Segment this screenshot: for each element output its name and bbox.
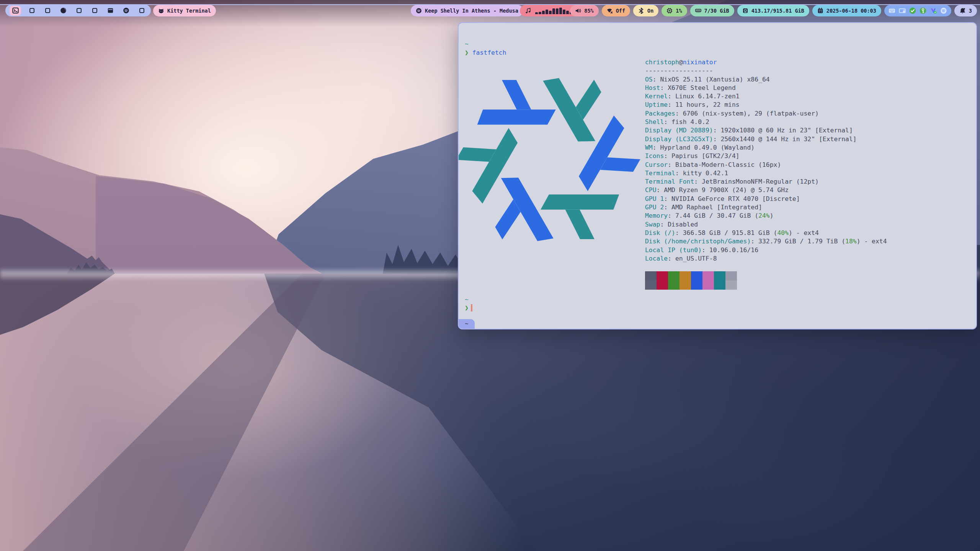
keepassxc-icon[interactable] [920,7,926,14]
palette-row [645,280,887,290]
workspace-7[interactable] [105,6,115,16]
fastfetch-line: Shell: fish 4.0.2 [645,118,887,126]
empty-workspace-icon [29,7,35,14]
visualizer-bar [539,12,541,14]
palette-swatch [691,280,702,290]
workspace-3[interactable] [42,6,52,16]
field-label: Terminal [645,170,675,177]
fastfetch-line: Uptime: 11 hours, 22 mins [645,101,887,109]
clock-module[interactable]: 2025-06-18 00:03 [812,5,881,16]
field-value: 7.44 GiB / 30.47 GiB ( [675,212,758,219]
memory-value: 7/30 GiB [704,8,729,14]
desktop: Kitty Terminal Keep Shelly In Athens - M… [0,0,980,551]
volume-value: 85% [584,8,593,14]
fastfetch-line: Kernel: Linux 6.14.7-zen1 [645,92,887,101]
hostname: nixinator [683,59,717,66]
colon: : [675,229,683,236]
field-value: Disabled [668,221,698,228]
workspace-4[interactable] [58,6,68,16]
field-label: Locale [645,255,668,262]
visualizer-bar [563,10,565,14]
terminal-color-palette [645,271,887,290]
fastfetch-line: Packages: 6706 (nix-system), 29 (flatpak… [645,109,887,118]
field-value: 332.79 GiB / 1.79 TiB ( [758,238,845,245]
colon: : [653,76,660,83]
percent-value: 40% [777,229,789,236]
visualizer-bar [549,11,552,14]
check-circle-icon[interactable] [909,7,916,14]
kitty-terminal-window[interactable]: ~ ❯ fastfetch christoph@nixinator-------… [458,22,977,329]
palette-swatch [645,271,657,280]
field-value: JetBrainsMonoNFM-Regular (12pt) [702,178,819,185]
window-icon [107,7,114,14]
audio-visualizer [535,8,576,14]
field-label: Terminal Font [645,178,694,185]
palette-swatch [714,280,725,290]
field-label: Host [645,84,660,91]
fastfetch-line: Display (LC32G5xT): 980x551 @ 144 Hz i… [645,135,887,143]
spotify-icon [123,7,129,14]
field-label: Shell [645,118,664,126]
cpu-module[interactable]: 1% [662,5,687,16]
fastfetch-line: Host: X670E Steel Legend [645,84,887,92]
visualizer-bar [556,8,559,14]
memory-module[interactable]: 7/30 GiB [690,5,734,16]
terminal-tab[interactable]: ~ [459,319,475,329]
field-value: NixOS 25.11 (Xantusia) x86_64 [660,76,770,83]
fastfetch-line: Cursor: Bibata-Modern-Classic (16px) [645,161,887,169]
prompt-directory: ~ [465,295,469,304]
spotify-light-icon[interactable] [940,7,947,14]
terminal-icon [12,7,19,14]
prompt-line: ❯ [465,304,472,312]
visualizer-bar [566,11,569,14]
palette-row [645,271,887,280]
colon: : [664,204,671,211]
screenshot-lock-icon[interactable] [899,7,906,14]
workspace-2[interactable] [27,6,37,16]
workspace-1[interactable] [10,6,21,16]
field-value: fish 4.0.2 [671,118,709,126]
workspaces [5,5,151,16]
fastfetch-line: christoph@nixinator [645,58,887,67]
prompt-symbol: ❯ [465,304,469,311]
network-module[interactable]: Off [602,5,630,16]
prompt-symbol: ❯ [465,49,469,56]
field-label: Packages [645,110,675,117]
fastfetch-output: christoph@nixinator------------------OS:… [645,58,887,290]
volume-module[interactable]: 85% [570,5,598,16]
prompt-line: ❯ fastfetch [465,49,506,57]
visualizer-bar [542,11,545,14]
wifi-off-icon [607,8,613,14]
field-value: ) - ext4 [857,238,887,245]
workspace-6[interactable] [90,6,100,16]
fastfetch-line: Terminal Font: JetBrainsMonoNFM-Regular … [645,178,887,186]
keyboard-icon[interactable] [889,7,895,14]
clock-value: 2025-06-18 00:03 [826,8,876,14]
disk-module[interactable]: 413.17/915.81 GiB [737,5,809,16]
bluetooth-module[interactable]: On [633,5,658,16]
workspace-8[interactable] [121,6,131,16]
palette-swatch [657,280,668,290]
field-label: OS [645,76,653,83]
nixos-logo [465,59,632,226]
colon: : [675,110,683,117]
workspace-5[interactable] [74,6,84,16]
palette-swatch [714,271,725,280]
workspace-9[interactable] [137,6,147,16]
music-track-title: Keep Shelly In Athens - Medusa [425,8,518,14]
v-check-icon[interactable] [930,7,937,14]
terminal-tab-label: ~ [465,320,468,328]
colon: : [713,127,721,134]
system-tray [884,5,951,16]
field-label: WM [645,144,653,151]
empty-workspace-icon [76,7,82,14]
field-label: Display (MD 20889) [645,127,713,134]
palette-swatch [657,271,668,280]
window-title-pill[interactable]: Kitty Terminal [153,5,216,16]
music-pill[interactable]: Keep Shelly In Athens - Medusa [411,5,523,16]
bluetooth-value: On [647,8,653,14]
fastfetch-line: Swap: Disabled [645,220,887,229]
palette-swatch [702,280,714,290]
speaker-icon [575,8,581,14]
notifications-module[interactable]: 3 [954,5,977,16]
